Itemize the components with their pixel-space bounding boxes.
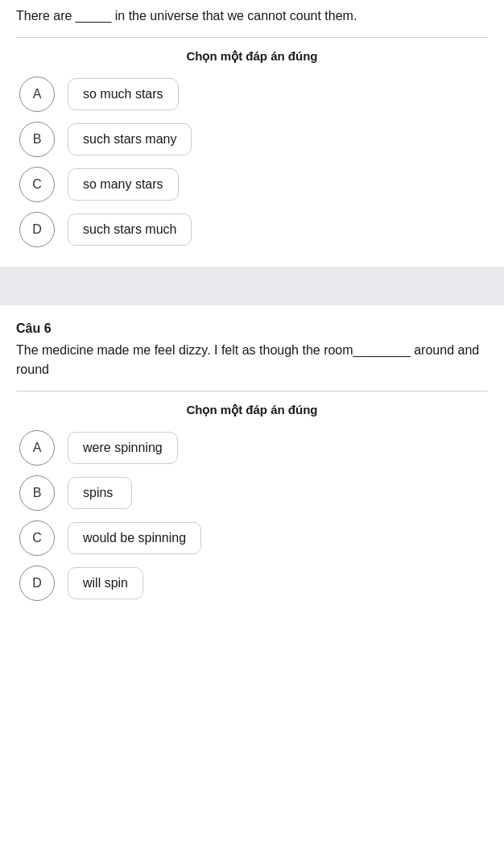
question-6-text: The medicine made me feel dizzy. I felt … bbox=[16, 341, 488, 379]
option-6A-circle: A bbox=[19, 430, 55, 466]
option-A-box: so much stars bbox=[68, 78, 179, 110]
question-6-block: Câu 6 The medicine made me feel dizzy. I… bbox=[0, 305, 504, 601]
section-separator bbox=[0, 267, 504, 305]
option-B-circle: B bbox=[19, 122, 55, 157]
question-6-option-C[interactable]: C would be spinning bbox=[19, 520, 485, 556]
option-A-circle: A bbox=[19, 77, 55, 112]
question-6-label: Câu 6 bbox=[16, 321, 488, 336]
option-6C-box: would be spinning bbox=[68, 522, 201, 554]
option-6B-box: spins bbox=[68, 477, 132, 509]
question-5-option-B[interactable]: B such stars many bbox=[19, 122, 485, 157]
question-5-option-D[interactable]: D such stars much bbox=[19, 212, 485, 247]
question-6-option-B[interactable]: B spins bbox=[19, 475, 485, 511]
question-6-instruction: Chọn một đáp án đúng bbox=[16, 403, 488, 417]
question-5-block: There are _____ in the universe that we … bbox=[0, 0, 504, 247]
divider-1 bbox=[16, 37, 488, 38]
question-5-option-A[interactable]: A so much stars bbox=[19, 77, 485, 112]
question-6-option-A[interactable]: A were spinning bbox=[19, 430, 485, 466]
option-C-box: so many stars bbox=[68, 168, 179, 201]
option-D-box: such stars much bbox=[68, 213, 192, 246]
question-5-option-C[interactable]: C so many stars bbox=[19, 167, 485, 202]
option-C-circle: C bbox=[19, 167, 55, 202]
option-6C-circle: C bbox=[19, 520, 55, 556]
option-6B-circle: B bbox=[19, 475, 55, 511]
question-6-options: A were spinning B spins C would be spinn… bbox=[16, 430, 488, 601]
question-5-instruction: Chọn một đáp án đúng bbox=[16, 49, 488, 64]
question-5-options: A so much stars B such stars many C so m… bbox=[16, 77, 488, 247]
question-6-option-D[interactable]: D will spin bbox=[19, 566, 485, 601]
option-B-box: such stars many bbox=[68, 123, 192, 155]
option-6D-circle: D bbox=[19, 566, 55, 601]
question-5-text: There are _____ in the universe that we … bbox=[16, 6, 488, 26]
divider-2 bbox=[16, 391, 488, 392]
option-6A-box: were spinning bbox=[68, 432, 178, 464]
option-6D-box: will spin bbox=[68, 567, 143, 599]
option-D-circle: D bbox=[19, 212, 55, 247]
